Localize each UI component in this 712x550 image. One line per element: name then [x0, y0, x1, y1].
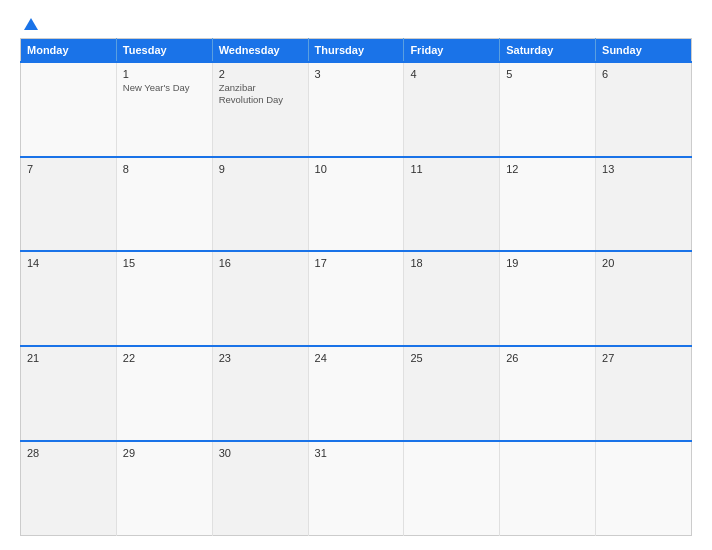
day-number: 26 — [506, 352, 589, 364]
calendar-cell: 16 — [212, 251, 308, 346]
calendar-cell — [404, 441, 500, 536]
day-number: 17 — [315, 257, 398, 269]
calendar-cell: 26 — [500, 346, 596, 441]
calendar-cell: 28 — [21, 441, 117, 536]
day-number: 22 — [123, 352, 206, 364]
day-number: 10 — [315, 163, 398, 175]
calendar-cell: 12 — [500, 157, 596, 252]
day-number: 16 — [219, 257, 302, 269]
weekday-header-wednesday: Wednesday — [212, 39, 308, 63]
day-number: 1 — [123, 68, 206, 80]
day-number: 11 — [410, 163, 493, 175]
calendar-cell — [500, 441, 596, 536]
event-label: New Year's Day — [123, 82, 206, 94]
calendar-cell: 2ZanzibarRevolution Day — [212, 62, 308, 157]
week-row-3: 14151617181920 — [21, 251, 692, 346]
day-number: 31 — [315, 447, 398, 459]
logo-triangle-icon — [24, 18, 38, 30]
day-number: 4 — [410, 68, 493, 80]
day-number: 9 — [219, 163, 302, 175]
calendar-cell: 11 — [404, 157, 500, 252]
weekday-header-monday: Monday — [21, 39, 117, 63]
calendar-cell: 13 — [596, 157, 692, 252]
weekday-header-saturday: Saturday — [500, 39, 596, 63]
calendar-table: MondayTuesdayWednesdayThursdayFridaySatu… — [20, 38, 692, 536]
header — [20, 18, 692, 30]
calendar-cell: 25 — [404, 346, 500, 441]
calendar-page: MondayTuesdayWednesdayThursdayFridaySatu… — [0, 0, 712, 550]
week-row-5: 28293031 — [21, 441, 692, 536]
calendar-cell: 9 — [212, 157, 308, 252]
calendar-cell: 24 — [308, 346, 404, 441]
day-number: 7 — [27, 163, 110, 175]
day-number: 13 — [602, 163, 685, 175]
day-number: 14 — [27, 257, 110, 269]
logo — [20, 18, 38, 30]
weekday-header-sunday: Sunday — [596, 39, 692, 63]
day-number: 29 — [123, 447, 206, 459]
calendar-cell: 5 — [500, 62, 596, 157]
day-number: 19 — [506, 257, 589, 269]
week-row-1: 1New Year's Day2ZanzibarRevolution Day34… — [21, 62, 692, 157]
day-number: 28 — [27, 447, 110, 459]
event-label: Zanzibar — [219, 82, 302, 94]
day-number: 20 — [602, 257, 685, 269]
calendar-cell: 27 — [596, 346, 692, 441]
event-label: Revolution Day — [219, 94, 302, 106]
calendar-cell: 7 — [21, 157, 117, 252]
day-number: 3 — [315, 68, 398, 80]
calendar-cell: 6 — [596, 62, 692, 157]
day-number: 25 — [410, 352, 493, 364]
calendar-body: 1New Year's Day2ZanzibarRevolution Day34… — [21, 62, 692, 536]
day-number: 15 — [123, 257, 206, 269]
day-number: 8 — [123, 163, 206, 175]
calendar-cell: 1New Year's Day — [116, 62, 212, 157]
weekday-header-friday: Friday — [404, 39, 500, 63]
week-row-2: 78910111213 — [21, 157, 692, 252]
calendar-cell — [21, 62, 117, 157]
calendar-cell: 3 — [308, 62, 404, 157]
day-number: 2 — [219, 68, 302, 80]
weekday-header-thursday: Thursday — [308, 39, 404, 63]
calendar-cell: 19 — [500, 251, 596, 346]
calendar-cell: 15 — [116, 251, 212, 346]
calendar-cell — [596, 441, 692, 536]
calendar-cell: 14 — [21, 251, 117, 346]
calendar-cell: 31 — [308, 441, 404, 536]
calendar-cell: 29 — [116, 441, 212, 536]
day-number: 12 — [506, 163, 589, 175]
calendar-cell: 10 — [308, 157, 404, 252]
day-number: 5 — [506, 68, 589, 80]
day-number: 27 — [602, 352, 685, 364]
weekday-header-row: MondayTuesdayWednesdayThursdayFridaySatu… — [21, 39, 692, 63]
calendar-cell: 30 — [212, 441, 308, 536]
day-number: 6 — [602, 68, 685, 80]
calendar-cell: 22 — [116, 346, 212, 441]
calendar-cell: 20 — [596, 251, 692, 346]
day-number: 23 — [219, 352, 302, 364]
calendar-cell: 18 — [404, 251, 500, 346]
calendar-cell: 21 — [21, 346, 117, 441]
day-number: 30 — [219, 447, 302, 459]
calendar-cell: 17 — [308, 251, 404, 346]
day-number: 18 — [410, 257, 493, 269]
day-number: 24 — [315, 352, 398, 364]
weekday-header-tuesday: Tuesday — [116, 39, 212, 63]
calendar-cell: 8 — [116, 157, 212, 252]
day-number: 21 — [27, 352, 110, 364]
week-row-4: 21222324252627 — [21, 346, 692, 441]
calendar-cell: 4 — [404, 62, 500, 157]
calendar-cell: 23 — [212, 346, 308, 441]
calendar-header: MondayTuesdayWednesdayThursdayFridaySatu… — [21, 39, 692, 63]
